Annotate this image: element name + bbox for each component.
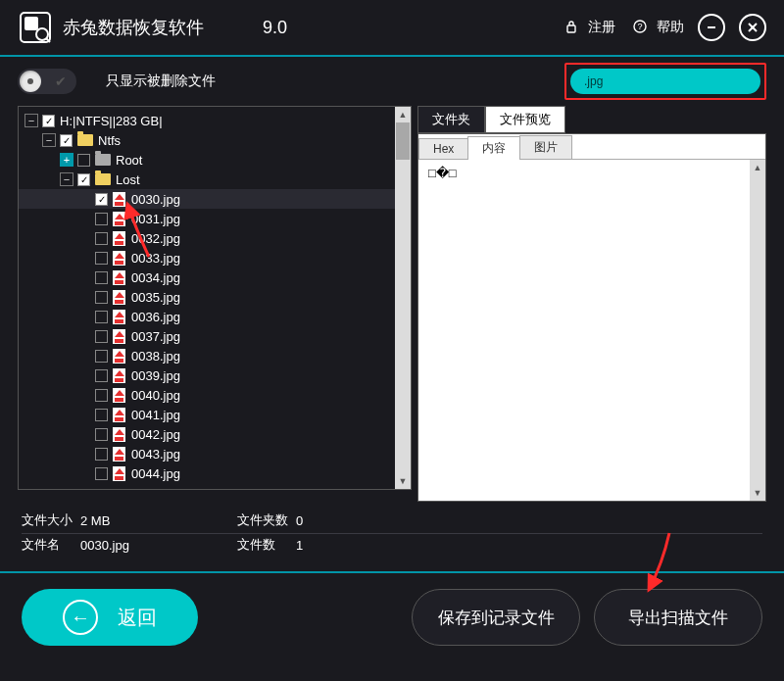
tree-label: Lost <box>116 172 140 187</box>
tab-preview[interactable]: 文件预览 <box>485 106 565 133</box>
checkbox[interactable] <box>95 330 108 343</box>
export-label: 导出扫描文件 <box>628 607 728 629</box>
tree-label: 0040.jpg <box>131 388 180 403</box>
file-icon <box>113 349 125 364</box>
name-label: 文件名 <box>22 536 80 554</box>
tree-label: Root <box>116 153 142 168</box>
lock-icon <box>564 20 583 36</box>
file-icon <box>113 212 125 226</box>
file-icon <box>113 231 125 246</box>
collapse-icon[interactable]: − <box>42 133 56 147</box>
scroll-down-icon[interactable]: ▼ <box>750 485 765 501</box>
checkbox[interactable] <box>95 213 108 225</box>
tree-label: 0030.jpg <box>131 192 180 207</box>
toggle-knob <box>20 71 41 92</box>
check-icon: ✔ <box>55 73 67 89</box>
svg-text:?: ? <box>637 22 642 31</box>
tree-row[interactable]: 0035.jpg <box>19 287 411 307</box>
scroll-up-icon[interactable]: ▲ <box>395 107 411 122</box>
scroll-down-icon[interactable]: ▼ <box>395 473 411 489</box>
tree-label: 0043.jpg <box>131 447 180 462</box>
app-logo-icon <box>18 10 53 45</box>
checkbox[interactable] <box>95 271 108 284</box>
tree-row[interactable]: +Root <box>19 150 411 170</box>
tree-label: 0036.jpg <box>131 310 180 324</box>
checkbox[interactable] <box>95 428 108 441</box>
checkbox[interactable] <box>95 409 108 421</box>
checkbox[interactable] <box>95 448 108 461</box>
tree-label: 0044.jpg <box>131 466 180 481</box>
search-input[interactable]: .jpg <box>570 69 760 94</box>
tree-row[interactable]: 0044.jpg <box>19 463 411 483</box>
tab-image[interactable]: 图片 <box>519 135 572 159</box>
tree-row[interactable]: −✓H:|NTFS||283 GB| <box>19 111 411 130</box>
tree-label: 0035.jpg <box>131 290 180 305</box>
tree-row[interactable]: 0043.jpg <box>19 444 411 463</box>
checkbox[interactable] <box>95 350 108 363</box>
folder-icon <box>77 134 93 146</box>
checkbox[interactable]: ✓ <box>77 173 90 186</box>
scroll-up-icon[interactable]: ▲ <box>750 160 765 175</box>
tree-row[interactable]: 0032.jpg <box>19 228 411 248</box>
close-button[interactable] <box>739 14 766 41</box>
tree-row[interactable]: −✓Ntfs <box>19 130 411 150</box>
checkbox[interactable] <box>95 291 108 304</box>
scroll-thumb[interactable] <box>396 122 410 160</box>
file-icon <box>113 447 125 462</box>
status-panel: 文件大小 2 MB 文件夹数 0 文件名 0030.jpg 文件数 1 <box>0 502 784 563</box>
file-icon <box>113 270 125 285</box>
file-icon <box>113 368 125 383</box>
tree-row[interactable]: 0040.jpg <box>19 385 411 405</box>
help-button[interactable]: ? 帮助 <box>633 19 684 36</box>
tree-row[interactable]: ✓0030.jpg <box>19 189 411 209</box>
search-highlight-box: .jpg <box>564 63 766 100</box>
expand-icon[interactable]: + <box>60 153 74 167</box>
tree-label: 0038.jpg <box>131 349 180 364</box>
tree-row[interactable]: −✓Lost <box>19 170 411 189</box>
name-value: 0030.jpg <box>80 538 237 553</box>
collapse-icon[interactable]: − <box>60 172 74 186</box>
tree-row[interactable]: 0042.jpg <box>19 424 411 444</box>
preview-subtabs: Hex 内容 图片 <box>418 134 765 160</box>
app-version: 9.0 <box>263 18 287 38</box>
checkbox[interactable] <box>95 252 108 265</box>
checkbox[interactable] <box>95 311 108 323</box>
file-icon <box>113 408 125 422</box>
collapse-icon[interactable]: − <box>24 114 38 127</box>
help-label: 帮助 <box>657 19 684 36</box>
back-button[interactable]: ← 返回 <box>22 589 198 646</box>
export-scan-button[interactable]: 导出扫描文件 <box>594 589 762 646</box>
tree-row[interactable]: 0041.jpg <box>19 405 411 424</box>
save-record-button[interactable]: 保存到记录文件 <box>412 589 580 646</box>
minimize-button[interactable] <box>698 14 725 41</box>
checkbox[interactable] <box>95 389 108 402</box>
checkbox[interactable] <box>95 369 108 382</box>
checkbox[interactable] <box>77 154 90 167</box>
checkbox[interactable]: ✓ <box>42 115 55 127</box>
checkbox[interactable] <box>95 467 108 480</box>
tree-row[interactable]: 0034.jpg <box>19 268 411 287</box>
file-icon <box>113 290 125 305</box>
tree-label: 0039.jpg <box>131 368 180 383</box>
tree-row[interactable]: 0033.jpg <box>19 248 411 268</box>
checkbox[interactable]: ✓ <box>95 193 108 206</box>
tree-row[interactable]: 0031.jpg <box>19 209 411 228</box>
tree-row[interactable]: 0039.jpg <box>19 365 411 385</box>
tab-content[interactable]: 内容 <box>467 136 520 160</box>
tree-row[interactable]: 0038.jpg <box>19 346 411 365</box>
deleted-only-toggle[interactable]: ✔ <box>18 69 76 94</box>
tree-row[interactable]: 0036.jpg <box>19 307 411 326</box>
tree-label: 0042.jpg <box>131 427 180 442</box>
register-button[interactable]: 注册 <box>564 19 615 36</box>
preview-scrollbar[interactable]: ▲ ▼ <box>750 160 765 501</box>
file-icon <box>113 192 125 207</box>
tree-row[interactable]: 0037.jpg <box>19 326 411 346</box>
file-tree[interactable]: −✓H:|NTFS||283 GB|−✓Ntfs+Root−✓Lost✓0030… <box>18 106 412 490</box>
tab-hex[interactable]: Hex <box>418 138 468 159</box>
tree-label: 0034.jpg <box>131 270 180 285</box>
tab-folder[interactable]: 文件夹 <box>417 106 485 133</box>
checkbox[interactable] <box>95 232 108 245</box>
tree-scrollbar[interactable]: ▲ ▼ <box>395 107 411 489</box>
size-label: 文件大小 <box>22 511 80 529</box>
checkbox[interactable]: ✓ <box>60 134 73 147</box>
